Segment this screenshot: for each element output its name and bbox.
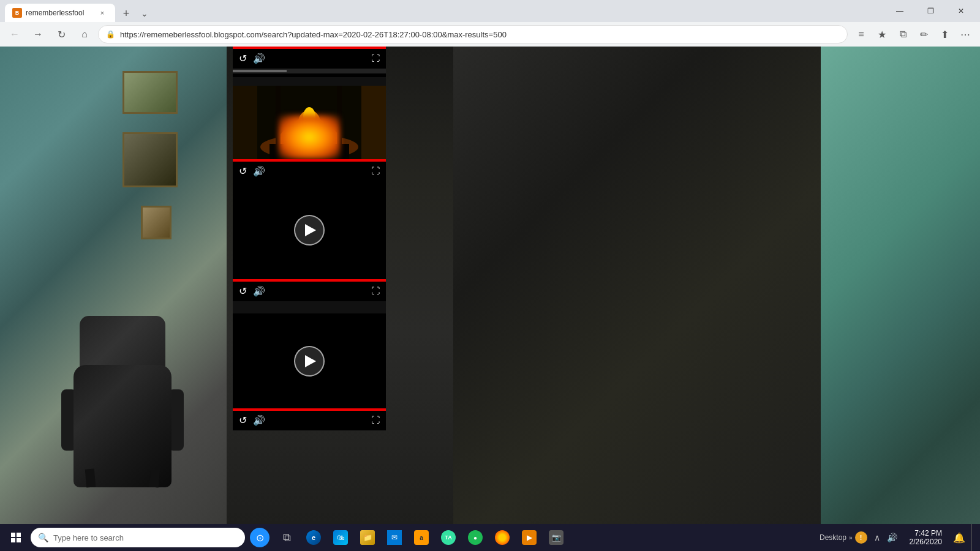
notification-center-button[interactable]: 🔔	[949, 525, 969, 550]
desktop-label: Desktop	[820, 533, 846, 542]
clock-area[interactable]: 7:42 PM 2/26/2020	[905, 529, 947, 546]
back-button[interactable]: ←	[5, 24, 24, 44]
volume-icon-1[interactable]: 🔊	[253, 53, 265, 64]
cortana-button[interactable]: ⊙	[247, 525, 272, 550]
replay-icon-2[interactable]: ↺	[239, 165, 247, 177]
tab-list-button[interactable]: ⌄	[136, 5, 153, 22]
video-container: ↺ 🔊 ⛶	[233, 47, 386, 524]
video-controls-3: ↺ 🔊 ⛶	[233, 279, 386, 301]
taskbar: 🔍 Type here to search ⊙ ⧉ e 🛍 📁 ✉ a	[0, 524, 980, 551]
notification-badge[interactable]: !	[855, 531, 867, 544]
bookmark-button[interactable]: ★	[872, 24, 892, 44]
fullscreen-icon-1[interactable]: ⛶	[371, 53, 380, 63]
task-view-button[interactable]: ⧉	[274, 525, 299, 550]
settings-button[interactable]: ⋯	[956, 24, 975, 44]
play-button-4[interactable]	[294, 346, 325, 377]
tray-up-arrow[interactable]: ∧	[870, 530, 884, 545]
spacer-2	[233, 301, 386, 313]
tab-close-button[interactable]: ×	[97, 7, 108, 18]
svg-point-4	[291, 116, 328, 147]
progress-bar-4	[233, 410, 386, 411]
replay-icon-4[interactable]: ↺	[239, 414, 247, 426]
mail-icon: ✉	[387, 530, 402, 545]
title-bar: B rememberlessfool × + ⌄ — ❐ ✕	[0, 0, 980, 22]
volume-icon-2[interactable]: 🔊	[253, 165, 265, 177]
svg-rect-2	[361, 86, 386, 159]
bg-far-right-wall	[821, 47, 980, 524]
cortana-icon: ⊙	[250, 528, 270, 547]
restore-button[interactable]: ❐	[916, 1, 944, 21]
progress-bar-3	[233, 280, 386, 282]
tripadvisor-button[interactable]: TA	[436, 525, 461, 550]
scrubber-1[interactable]	[233, 69, 386, 73]
store-taskbar-button[interactable]: 🛍	[328, 525, 353, 550]
url-text: https://rememeberlessfool.blogspot.com/s…	[120, 30, 840, 39]
volume-icon-4[interactable]: 🔊	[253, 414, 265, 426]
progress-bar-2	[233, 160, 386, 162]
green-app-icon: ●	[468, 530, 483, 545]
fullscreen-icon-3[interactable]: ⛶	[371, 286, 380, 296]
close-button[interactable]: ✕	[947, 1, 975, 21]
video-controls-4: ↺ 🔊 ⛶	[233, 408, 386, 430]
tab-title: rememberlessfool	[26, 9, 93, 17]
forward-button[interactable]: →	[28, 24, 48, 44]
mail-button[interactable]: ✉	[382, 525, 407, 550]
notes-button[interactable]: ✏	[914, 24, 933, 44]
share-button[interactable]: ⬆	[935, 24, 954, 44]
chevron-icon[interactable]: »	[849, 534, 853, 541]
video-screen-3	[233, 181, 386, 279]
search-bar[interactable]: 🔍 Type here to search	[31, 528, 245, 547]
fullscreen-icon-2[interactable]: ⛶	[371, 166, 380, 176]
video-controls-2: ↺ 🔊 ⛶	[233, 159, 386, 181]
video-player-4: ↺ 🔊 ⛶	[233, 313, 386, 430]
svg-rect-9	[337, 86, 342, 147]
collections-button[interactable]: ⧉	[893, 24, 913, 44]
svg-rect-1	[233, 86, 257, 159]
clock-date: 2/26/2020	[910, 538, 942, 546]
fullscreen-icon-4[interactable]: ⛶	[371, 415, 380, 425]
firefox-button[interactable]	[490, 525, 514, 550]
windows-logo	[11, 533, 21, 542]
video-player-2: ↺ 🔊 ⛶	[233, 86, 386, 181]
video-controls-1: ↺ 🔊 ⛶	[233, 47, 386, 69]
camera-button[interactable]: 📷	[544, 525, 568, 550]
browser-window: B rememberlessfool × + ⌄ — ❐ ✕ ← → ↻ ⌂ 🔒…	[0, 0, 980, 551]
bg-left-wall	[0, 47, 227, 524]
reload-button[interactable]: ↻	[51, 24, 71, 44]
replay-icon-1[interactable]: ↺	[239, 53, 247, 64]
lock-icon: 🔒	[106, 30, 115, 39]
scrubber-fill-1	[233, 70, 287, 72]
amazon-button[interactable]: a	[409, 525, 434, 550]
search-icon: 🔍	[38, 533, 48, 542]
amazon-icon: a	[414, 530, 429, 545]
file-explorer-button[interactable]: 📁	[355, 525, 380, 550]
show-desktop-button[interactable]	[971, 524, 976, 551]
address-bar[interactable]: 🔒 https://rememeberlessfool.blogspot.com…	[98, 25, 848, 43]
volume-icon-3[interactable]: 🔊	[253, 285, 265, 297]
content-area: ↺ 🔊 ⛶	[0, 47, 980, 524]
edge-taskbar-button[interactable]: e	[301, 525, 326, 550]
play-button-3[interactable]	[294, 215, 325, 246]
start-button[interactable]	[4, 525, 28, 550]
video-player-3: ↺ 🔊 ⛶	[233, 181, 386, 301]
leather-chair	[61, 328, 184, 487]
svg-rect-8	[276, 86, 281, 147]
green-app-button[interactable]: ●	[463, 525, 488, 550]
new-tab-button[interactable]: +	[118, 5, 135, 22]
file-explorer-icon: 📁	[360, 530, 375, 545]
fireplace-thumbnail	[233, 86, 386, 159]
system-tray: Desktop » ! ∧ 🔊	[815, 530, 902, 545]
video-screen-4	[233, 313, 386, 408]
task-view-icon: ⧉	[274, 525, 299, 550]
volume-tray-icon[interactable]: 🔊	[887, 533, 897, 542]
replay-icon-3[interactable]: ↺	[239, 285, 247, 297]
vlc-button[interactable]: ▶	[517, 525, 541, 550]
active-tab[interactable]: B rememberlessfool ×	[5, 4, 115, 22]
spacer-1	[233, 77, 386, 86]
minimize-button[interactable]: —	[886, 1, 914, 21]
svg-point-6	[303, 107, 315, 126]
edge-icon: e	[306, 530, 321, 545]
reader-mode-button[interactable]: ≡	[851, 24, 871, 44]
store-icon: 🛍	[333, 530, 348, 545]
home-button[interactable]: ⌂	[75, 24, 94, 44]
